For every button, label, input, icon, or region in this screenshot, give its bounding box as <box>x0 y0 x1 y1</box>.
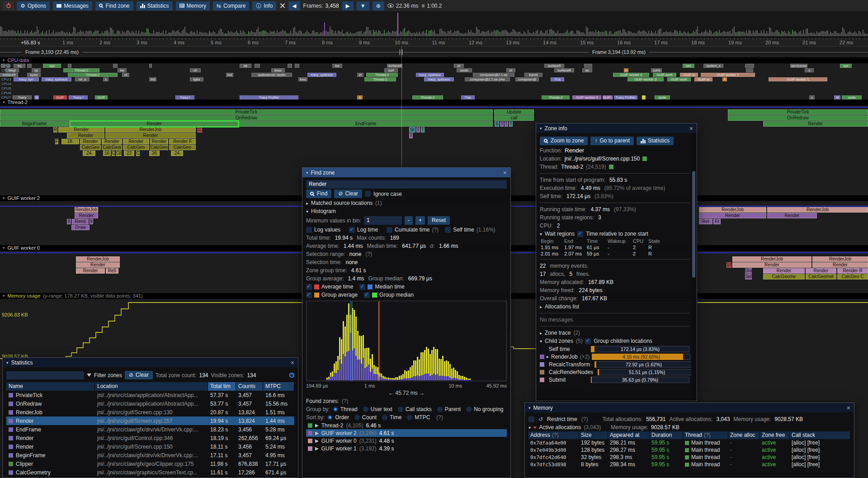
series-toggle[interactable]: Average time <box>306 284 353 290</box>
statistics-row[interactable]: PrivateTick jni/../jni/src/claw/applicat… <box>6 391 294 399</box>
alloc-link[interactable]: [alloc] <box>792 461 806 468</box>
cpu-zone[interactable]: Trac <box>461 95 475 99</box>
cpu-zone[interactable]: et <box>454 64 464 68</box>
collapse-icon[interactable]: ▾ <box>540 232 542 237</box>
cpu-zone[interactable]: iTra <box>551 77 564 81</box>
decrease-button[interactable]: - <box>405 216 413 225</box>
cpu-zone[interactable]: GUIF-w <box>694 77 712 81</box>
timeline-zone[interactable]: 18. <box>61 139 79 144</box>
timeline-zone[interactable]: OnRedraw <box>728 115 868 121</box>
collapse-icon[interactable]: ▾ <box>3 293 5 299</box>
cpu-zone[interactable] <box>745 64 754 68</box>
close-icon[interactable]: × <box>291 360 294 366</box>
cpu-zone[interactable] <box>113 64 118 68</box>
cpu-zone[interactable]: Tracy I <box>175 95 194 99</box>
zone-group-row[interactable]: ▶ GUIF worker 0 (3,231) 4.48 s <box>306 437 507 445</box>
timeline-zone[interactable]: C <box>136 151 140 156</box>
cpu-zone[interactable]: kwor <box>271 68 285 72</box>
cpu-zone[interactable]: GUIF <box>53 95 67 99</box>
cpu-zone[interactable]: composer@2.1-se (Hw <box>465 77 510 81</box>
timeline-zone[interactable]: RenderJob <box>767 207 868 213</box>
expand-icon[interactable]: ▶ <box>315 431 319 435</box>
cpu-zone[interactable]: sys <box>43 64 61 68</box>
timeline-zone[interactable]: C <box>112 151 115 156</box>
column-header[interactable]: Time <box>586 238 607 244</box>
timeline-zone[interactable]: Render <box>763 121 868 127</box>
cpu-zone[interactable]: au <box>582 68 592 72</box>
prev-frame-button[interactable]: ◀ <box>288 1 300 10</box>
collapse-icon[interactable]: ▾ <box>6 360 9 365</box>
timeline-zone[interactable]: PrivateTick <box>728 109 868 115</box>
cpu-zone[interactable] <box>288 64 292 68</box>
sort-by-option[interactable]: Order <box>327 414 349 421</box>
clear-filter-button[interactable]: ⊘ Clear <box>125 371 153 379</box>
find-zone-titlebar[interactable]: ▾ Find zone × <box>302 168 510 177</box>
timeline-zone[interactable]: Render <box>732 262 811 268</box>
cpu-zone[interactable]: GUIF worker 2 <box>701 73 755 77</box>
expand-icon[interactable]: ▶ <box>315 438 319 443</box>
timeline-zone[interactable]: F <box>55 139 58 144</box>
timeline-zone[interactable]: 17 <box>726 262 731 268</box>
radio-button[interactable] <box>437 407 443 412</box>
timeline-zone[interactable]: Render <box>76 262 120 268</box>
timeline-zone[interactable]: T <box>509 121 513 127</box>
alloc-link[interactable]: [alloc] <box>792 440 806 446</box>
timeline-zone[interactable]: T <box>416 127 420 133</box>
cpu-zone[interactable]: tracy_systrace <box>307 73 336 77</box>
column-header[interactable]: Name <box>6 382 95 391</box>
find-button[interactable]: Find <box>306 189 331 198</box>
sort-by-option[interactable]: MTPC <box>407 414 430 421</box>
timeline-zone[interactable]: CalcGeo <box>80 145 101 150</box>
column-header[interactable]: Call stack <box>790 431 850 439</box>
cpu-zone[interactable]: tracy_systrace <box>424 77 454 81</box>
radio-button[interactable] <box>363 407 368 412</box>
cpu-zone[interactable]: surf <box>384 68 398 72</box>
clear-button[interactable]: ⊘ Clear <box>334 189 362 198</box>
timeline-zone[interactable]: 22 <box>124 151 134 156</box>
collapse-icon[interactable]: ▾ <box>528 406 531 410</box>
checkbox[interactable] <box>306 227 312 233</box>
radio-button[interactable] <box>407 415 412 420</box>
toolbar-button[interactable]: Find zone <box>95 1 133 10</box>
address-cell[interactable]: 0x7dfaa64e00 <box>528 440 579 446</box>
statistics-row[interactable]: Render jni/../jni/src/guif/Screen.cpp:15… <box>6 442 294 451</box>
group-by-option[interactable]: Thread <box>333 406 358 412</box>
cpu-zone[interactable] <box>149 64 152 68</box>
cpu-zone[interactable]: rd <box>122 73 129 77</box>
cpu-zone[interactable]: syste <box>655 95 670 99</box>
toolbar-button[interactable]: ⇆ Compare <box>213 1 249 10</box>
cpu-zone[interactable]: et <box>357 73 363 77</box>
checkbox[interactable] <box>349 227 355 233</box>
cpu-zone[interactable]: Thread-2 <box>412 95 443 99</box>
checkbox[interactable] <box>306 292 312 298</box>
cpu-zone[interactable]: sy <box>32 68 41 72</box>
series-toggle[interactable]: Median time <box>359 284 404 290</box>
cpu-zone[interactable]: tracy_syn <box>14 77 39 81</box>
action-button[interactable]: ↑ Go to parent <box>590 137 634 145</box>
cpu-zone[interactable]: GUIF <box>95 95 108 99</box>
cpu-zone[interactable]: kwo <box>298 77 307 81</box>
action-button[interactable]: Statistics <box>637 137 674 145</box>
frame-dropdown-button[interactable]: ▼ <box>357 1 369 10</box>
action-button[interactable]: Zoom to zone <box>540 137 588 145</box>
timeline-zone[interactable]: Draw <box>71 225 90 230</box>
timeline-zone[interactable]: St <box>409 127 415 133</box>
expand-icon[interactable]: ▸ <box>547 354 549 359</box>
scrollbar-thumb[interactable] <box>692 171 695 278</box>
timeline-zone[interactable]: RenderJob <box>75 207 98 213</box>
cpu-zone[interactable]: GUIF-work <box>667 77 691 81</box>
matched-source-locations[interactable]: ▸ Matched source locations (1) <box>306 199 507 207</box>
toolbar-button[interactable]: Memory <box>176 1 210 10</box>
cpu-zone[interactable]: Tracy <box>13 95 32 99</box>
zone-group-row[interactable]: ▶ GUIF worker 2 (3,296) 4.61 s <box>306 429 507 437</box>
timeline-zone[interactable]: EndFrame <box>239 121 493 127</box>
cpu-zone[interactable] <box>746 68 753 72</box>
statistics-row[interactable]: Render jni/../jni/src/guif/Control.cpp:3… <box>6 434 294 442</box>
cpu-zone[interactable]: composer@ <box>515 77 539 81</box>
cpu-zone[interactable]: kwork <box>524 73 542 77</box>
zone-search-input[interactable]: Render <box>306 180 507 189</box>
toolbar-button[interactable]: Statistics <box>137 1 173 10</box>
series-toggle[interactable]: Group median <box>364 292 414 298</box>
cpu-zone[interactable]: surfacefli <box>554 68 574 72</box>
timeline-zone[interactable]: T <box>409 133 413 138</box>
